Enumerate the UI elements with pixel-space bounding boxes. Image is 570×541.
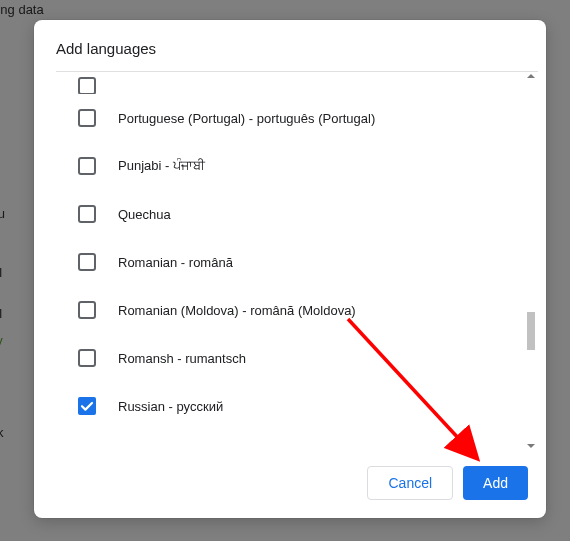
list-item[interactable]: Romanian (Moldova) - română (Moldova) [78, 286, 520, 334]
language-label: Russian - русский [118, 399, 223, 414]
dialog-title: Add languages [34, 20, 546, 71]
scrollbar-track[interactable] [526, 74, 536, 448]
list-item[interactable]: Romanian - română [78, 238, 520, 286]
list-item[interactable]: Romansh - rumantsch [78, 334, 520, 382]
scrollbar-thumb[interactable] [527, 312, 535, 350]
language-label: Quechua [118, 207, 171, 222]
language-label: Romanian - română [118, 255, 233, 270]
language-label: Romanian (Moldova) - română (Moldova) [118, 303, 356, 318]
svg-rect-2 [79, 158, 95, 174]
checkbox-checked-icon[interactable] [78, 397, 96, 415]
checkbox-unchecked-icon[interactable] [78, 109, 96, 127]
svg-rect-1 [79, 110, 95, 126]
checkbox-unchecked-icon[interactable] [78, 349, 96, 367]
add-languages-dialog: Add languages Portuguese (Portugal) - po… [34, 20, 546, 518]
list-item[interactable]: Portuguese (Portugal) - português (Portu… [78, 94, 520, 142]
list-item[interactable]: Punjabi - ਪੰਜਾਬੀ [78, 142, 520, 190]
list-item[interactable]: Quechua [78, 190, 520, 238]
svg-rect-3 [79, 206, 95, 222]
add-button[interactable]: Add [463, 466, 528, 500]
checkbox-unchecked-icon[interactable] [78, 205, 96, 223]
svg-rect-6 [79, 350, 95, 366]
language-label: Romansh - rumantsch [118, 351, 246, 366]
list-item[interactable] [78, 72, 520, 94]
checkbox-unchecked-icon[interactable] [78, 301, 96, 319]
dialog-body: Portuguese (Portugal) - português (Portu… [56, 71, 538, 450]
language-label: Punjabi - ਪੰਜਾਬੀ [118, 158, 205, 174]
checkbox-unchecked-icon[interactable] [78, 253, 96, 271]
checkbox-unchecked-icon[interactable] [78, 76, 96, 94]
checkbox-unchecked-icon[interactable] [78, 157, 96, 175]
svg-rect-0 [79, 78, 95, 94]
language-list[interactable]: Portuguese (Portugal) - português (Portu… [56, 72, 538, 450]
svg-rect-7 [78, 397, 96, 415]
dialog-actions: Cancel Add [34, 450, 546, 518]
svg-rect-5 [79, 302, 95, 318]
language-label: Portuguese (Portugal) - português (Portu… [118, 111, 375, 126]
svg-rect-4 [79, 254, 95, 270]
cancel-button[interactable]: Cancel [367, 466, 453, 500]
list-item[interactable]: Russian - русский [78, 382, 520, 430]
